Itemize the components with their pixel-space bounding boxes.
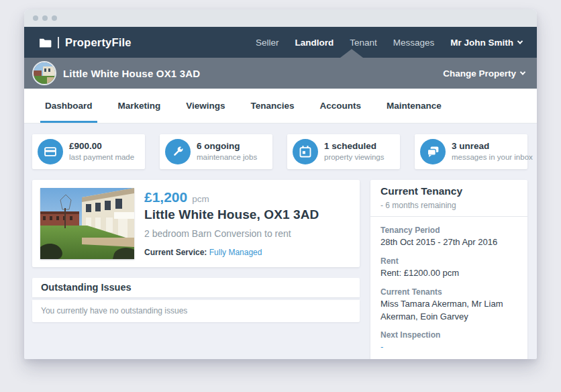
current-service-label: Current Service: [144,248,207,257]
tenancy-field-tenants: Current Tenants Miss Tamara Akerman, Mr … [380,287,517,324]
listing-title: Little White House, OX1 3AD [144,207,319,222]
tab-accounts[interactable]: Accounts [315,89,366,123]
stat-label: last payment made [69,152,134,162]
stat-value: 3 unread [452,141,533,152]
tenancy-field-rent: Rent Rent: £1200.00 pcm [380,256,517,280]
active-section-pointer [340,49,363,58]
stat-label: messages in your inbox [452,152,533,162]
nav-menu: Seller Landlord Tenant Messages Mr John … [256,38,522,48]
current-service-link[interactable]: Fully Managed [209,248,262,257]
field-label: Next Inspection [380,330,517,340]
current-tenancy-body: Tenancy Period 28th Oct 2015 - 27th Apr … [370,217,527,359]
field-value: Rent: £1200.00 pcm [380,267,517,280]
stat-card-unread-messages[interactable]: 3 unread messages in your inbox [415,134,527,169]
stat-card-last-payment[interactable]: £900.00 last payment made [32,134,145,169]
tenancy-field-period: Tenancy Period 28th Oct 2015 - 27th Apr … [380,226,517,249]
wrench-icon [165,139,191,164]
window-control-dot [52,15,57,21]
tenancy-remaining-badge: - 6 months remaining [380,201,456,210]
tab-dashboard[interactable]: Dashboard [40,89,97,123]
stat-card-maintenance-jobs[interactable]: 6 ongoing maintenance jobs [160,134,272,169]
nav-item-seller[interactable]: Seller [256,38,279,48]
field-value: 28th Oct 2015 - 27th Apr 2016 [380,236,517,249]
left-column: £1,200 pcm Little White House, OX1 3AD 2… [32,180,360,322]
folder-icon [39,38,52,48]
nav-item-messages[interactable]: Messages [393,38,435,48]
user-name: Mr John Smith [450,38,513,48]
current-tenancy-header: Current Tenancy - 6 months remaining [370,180,527,217]
tenancy-field-next-inspection: Next Inspection - [380,330,517,354]
change-property-label: Change Property [443,68,516,79]
window-control-dot [42,15,48,21]
field-label: Current Tenants [380,287,517,297]
listing-price-unit: pcm [192,194,209,204]
nav-item-tenant[interactable]: Tenant [350,38,377,48]
listing-subtitle: 2 bedroom Barn Conversion to rent [144,228,319,239]
brand-name: PropertyFile [65,36,132,49]
current-tenancy-panel: Current Tenancy - 6 months remaining Ten… [370,180,527,359]
field-label: Tenancy Period [380,226,517,235]
stat-value: 6 ongoing [197,141,257,152]
tab-maintenance[interactable]: Maintenance [382,89,446,123]
property-photo[interactable] [40,188,134,259]
stat-value: £900.00 [69,141,134,152]
listing-price: £1,200 [144,189,187,205]
calendar-icon [293,139,318,164]
outstanding-issues-empty-message: You currently have no outstanding issues [32,300,360,322]
tab-viewings[interactable]: Viewings [181,89,230,123]
browser-window: PropertyFile Seller Landlord Tenant Mess… [24,9,537,359]
stat-card-viewings[interactable]: 1 scheduled property viewings [287,134,400,169]
property-bar: Little White House OX1 3AD Change Proper… [24,58,537,89]
listing-info: £1,200 pcm Little White House, OX1 3AD 2… [144,188,319,259]
nav-item-landlord[interactable]: Landlord [295,38,334,48]
window-control-dot [33,15,38,21]
main-row: £1,200 pcm Little White House, OX1 3AD 2… [32,180,529,359]
stat-label: property viewings [324,152,384,162]
chevron-down-icon [520,69,525,75]
stat-value: 1 scheduled [324,141,384,152]
chat-icon [420,139,446,164]
change-property-button[interactable]: Change Property [443,68,525,79]
next-inspection-link[interactable]: - [380,341,517,354]
credit-card-icon [38,139,63,164]
field-value: Miss Tamara Akerman, Mr Liam Akerman, Eo… [380,298,517,324]
stat-cards-row: £900.00 last payment made 6 ongoing main… [32,134,529,169]
logo-separator [58,37,59,48]
property-bar-title: Little White House OX1 3AD [63,68,200,79]
property-listing-card: £1,200 pcm Little White House, OX1 3AD 2… [32,180,360,267]
tab-marketing[interactable]: Marketing [113,89,166,123]
current-tenancy-title: Current Tenancy [380,185,462,197]
propertyfile-logo[interactable]: PropertyFile [39,36,132,49]
outstanding-issues-header: Outstanding Issues [32,278,360,297]
dashboard-content: £900.00 last payment made 6 ongoing main… [24,124,537,359]
section-tabs: Dashboard Marketing Viewings Tenancies A… [24,89,537,124]
outstanding-issues-section: Outstanding Issues You currently have no… [32,278,360,322]
property-avatar[interactable] [32,61,56,85]
top-navbar: PropertyFile Seller Landlord Tenant Mess… [24,27,537,58]
stat-label: maintenance jobs [197,152,257,162]
chevron-down-icon [517,38,523,44]
field-label: Rent [380,256,517,266]
tab-tenancies[interactable]: Tenancies [246,89,299,123]
browser-chrome-bar [24,9,537,27]
user-menu[interactable]: Mr John Smith [450,38,522,48]
